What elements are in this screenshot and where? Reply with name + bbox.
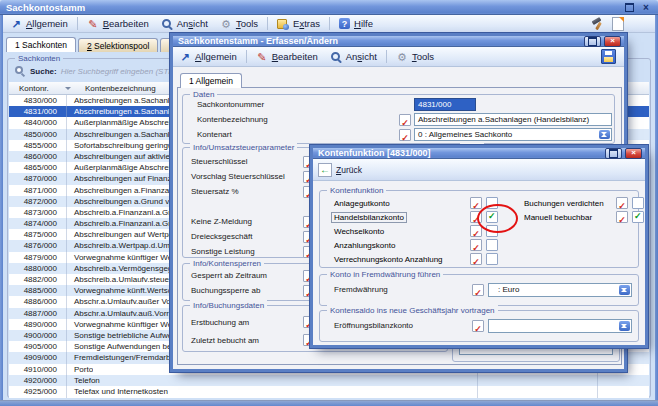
restore-icon [588, 37, 597, 46]
account-number: 4855/000 [9, 140, 65, 151]
field-flag-icon[interactable] [470, 239, 482, 251]
dropdown-button[interactable] [619, 285, 630, 295]
saldovortrag-group-label: Kontensaldo ins neue Geschäftsjahr vortr… [327, 305, 498, 316]
extras-box-icon [277, 18, 289, 30]
dialog-menu-item-tools[interactable]: Tools [390, 50, 440, 64]
checks-right-column: Buchungen verdichtenManuell bebuchbar [524, 196, 646, 224]
tab-2[interactable]: 2 Selektionspool [78, 38, 158, 52]
field-flag-icon[interactable] [399, 129, 411, 141]
tab-allgemein[interactable]: 1 Allgemein [180, 73, 242, 88]
kontenfunktion-dialog: Kontenfunktion [4831/000] × Zurück Konte… [313, 148, 645, 345]
account-name: Fremdleistungen/Fremdarbeiten [65, 352, 188, 363]
checkbox-row: Manuell bebuchbar [524, 210, 646, 224]
window-border-left [0, 15, 3, 406]
eroeffnungsbilanzkonto-select[interactable] [488, 319, 632, 333]
menu-label: Allgemein [195, 51, 237, 62]
daten-groupbox: Daten Sachkontonummer 4831/000 Kontenbez… [182, 94, 615, 144]
table-row[interactable]: 4925/000Telefax und Internetkosten [9, 386, 649, 397]
back-button[interactable]: Zurück [313, 162, 367, 178]
restore-window-button[interactable] [605, 148, 622, 159]
fremdwaehrung-select[interactable]: : Euro [488, 283, 632, 297]
sachkontonummer-input[interactable]: 4831/000 [414, 98, 476, 111]
account-name: Telefax und Internetkosten [65, 386, 168, 397]
edit-pencil-icon [256, 51, 268, 63]
checkbox[interactable] [486, 253, 498, 265]
restore-window-button[interactable] [584, 36, 601, 47]
toolbar-separator [329, 17, 330, 30]
main-window-title: Sachkontostamm [6, 2, 85, 13]
field-flag-icon[interactable] [472, 284, 484, 296]
dialog-menu-item-allgemein[interactable]: Allgemein [173, 50, 243, 64]
dialog-menu-item-ansicht[interactable]: Ansicht [324, 50, 383, 64]
column-header-kontonr[interactable]: Kontonr. [9, 84, 63, 93]
annotation-circle [477, 204, 518, 233]
new-document-icon[interactable] [612, 17, 624, 31]
account-number: 4831/000 [9, 106, 65, 117]
menu-item-ansicht[interactable]: Ansicht [155, 17, 214, 31]
menu-item-hilfe[interactable]: Hilfe [333, 17, 379, 30]
info-field-label: Steuerschlüssel [191, 157, 303, 166]
info-field-label: Sonstige Leistung [191, 247, 303, 256]
dialog-menu-item-bearbeiten[interactable]: Bearbeiten [250, 50, 324, 64]
dropdown-button[interactable] [619, 321, 630, 331]
field-flag-icon[interactable] [472, 320, 484, 332]
column-separator [66, 95, 67, 398]
sachkontonummer-label: Sachkontonummer [197, 100, 264, 109]
save-button[interactable] [601, 49, 616, 64]
kontenbezeichnung-input[interactable]: Abschreibungen a.Sachanlagen (Handelsbil… [414, 113, 612, 126]
restore-window-button[interactable] [622, 1, 636, 13]
field-flag-icon[interactable] [470, 197, 482, 209]
hammer-icon[interactable] [591, 18, 603, 30]
fremdwaehrung-label: Fremdwährung [334, 285, 388, 294]
checkbox-row: Handelsbilanzkonto [334, 210, 500, 224]
dropdown-button[interactable] [599, 130, 610, 139]
kontenfunktion-title: Kontenfunktion [4831/000] [318, 148, 431, 158]
account-number: 4830/000 [9, 95, 65, 106]
toolbar-separator [267, 17, 268, 30]
checkbox[interactable] [632, 211, 644, 223]
account-number: 4874/000 [9, 218, 65, 229]
menu-item-tools[interactable]: Tools [214, 17, 264, 31]
menu-label: Ansicht [346, 51, 377, 62]
close-window-button[interactable]: × [639, 1, 653, 13]
account-number: 4900/000 [9, 330, 65, 341]
menu-item-extras[interactable]: Extras [271, 17, 326, 31]
menu-label: Bearbeiten [103, 18, 149, 29]
info-field-label: Dreiecksgeschäft [191, 232, 303, 241]
main-toolbar: AllgemeinBearbeitenAnsichtToolsExtrasHil… [0, 15, 658, 33]
edit-dialog-titlebar: Sachkontenstamm - Erfassen/Ändern × [173, 36, 624, 47]
close-window-button[interactable]: × [604, 36, 621, 47]
close-window-button[interactable]: × [625, 148, 642, 159]
table-row[interactable]: 4920/000Telefon [9, 375, 649, 386]
account-name: Telefon [65, 375, 100, 386]
gear-icon [220, 18, 232, 30]
field-flag-icon[interactable] [616, 197, 628, 209]
field-flag-icon[interactable] [399, 114, 411, 126]
account-number: 4873/000 [9, 207, 65, 218]
fremdwaehrung-groupbox: Konto in Fremdwährung führen Fremdwährun… [319, 274, 639, 306]
kontenart-select[interactable]: 0 : Allgemeines Sachkonto [414, 128, 612, 141]
arrow-up-right-icon [179, 51, 191, 63]
info-field-label: Steuersatz % [191, 187, 303, 196]
checkbox-label: Manuell bebuchbar [524, 213, 616, 222]
checkbox-row: Anlagegutkonto [334, 196, 500, 210]
account-name: Abschreibungen auf Wertpapiere [65, 229, 191, 240]
search-placeholder: Hier Suchbegriff eingeben (STRG+S [61, 67, 191, 76]
menu-item-allgemein[interactable]: Allgemein [4, 17, 74, 31]
kontenfunktion-groupbox: Kontenfunktion AnlagegutkontoHandelsbila… [319, 190, 639, 268]
menu-label: Tools [412, 51, 434, 62]
checkbox[interactable] [632, 197, 644, 209]
search-row[interactable]: Suche: Hier Suchbegriff eingeben (STRG+S [14, 64, 190, 78]
column-header-kontenbezeichnung[interactable]: Kontenbezeichnung [71, 84, 156, 93]
info-field-label: Zuletzt bebucht am [191, 336, 303, 345]
account-number: 4871/000 [9, 185, 65, 196]
field-flag-icon[interactable] [616, 211, 628, 223]
field-flag-icon[interactable] [470, 253, 482, 265]
menu-item-bearbeiten[interactable]: Bearbeiten [81, 17, 155, 31]
application-window: Sachkontostamm × AllgemeinBearbeitenAnsi… [0, 0, 658, 406]
checkbox-label: Wechselkonto [334, 227, 470, 236]
main-menu: AllgemeinBearbeitenAnsichtToolsExtrasHil… [4, 17, 379, 31]
checkbox[interactable] [486, 239, 498, 251]
tab-1[interactable]: 1 Sachkonten [6, 37, 76, 52]
tab-label: 1 Allgemein [189, 76, 233, 86]
